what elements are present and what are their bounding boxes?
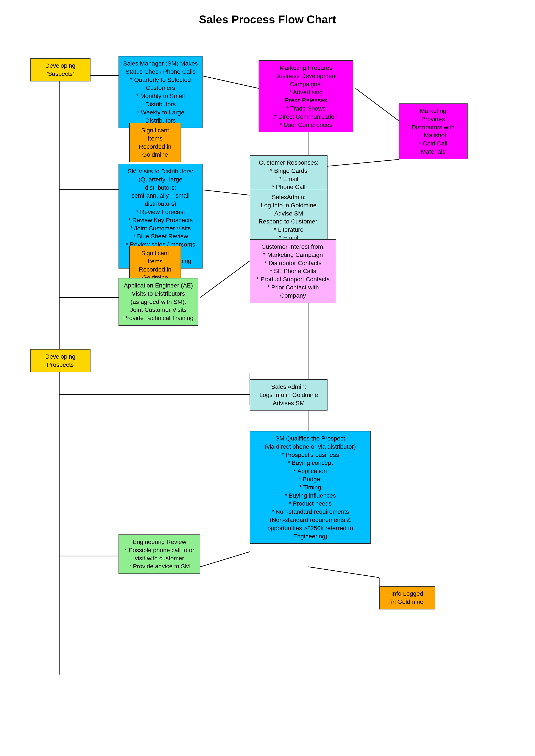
developing-suspects-box: Developing 'Suspects' — [30, 58, 91, 81]
customer-interest-box: Customer Interest from: * Marketing Camp… — [250, 239, 336, 303]
svg-line-19 — [200, 552, 250, 567]
info-logged-box: Info Logged in Goldmine — [379, 586, 435, 609]
sm-qualifies-box: SM Qualifies the Prospect (via direct ph… — [250, 431, 371, 544]
svg-line-12 — [200, 261, 250, 297]
page: Sales Process Flow Chart — [0, 0, 535, 756]
developing-prospects-box: Developing Prospects — [30, 349, 91, 372]
svg-line-4 — [355, 88, 399, 121]
flowchart: Developing 'Suspects' Sales Manager (SM)… — [13, 39, 522, 728]
marketing-campaigns-box: Marketing Prepares Business Development … — [259, 60, 353, 132]
sales-admin-2-box: Sales Admin: Logs Info in Goldmine Advis… — [250, 379, 327, 410]
sig-items-1-box: Significant Items Recorded in Goldmine — [129, 123, 181, 162]
page-title: Sales Process Flow Chart — [13, 13, 522, 26]
engineering-review-box: Engineering Review * Possible phone call… — [119, 534, 200, 574]
svg-line-20 — [308, 567, 379, 577]
marketing-distributors-box: Marketing Provides Distributors with * M… — [399, 103, 467, 159]
ae-visits-box: Application Engineer (AE) Visits to Dist… — [119, 278, 198, 326]
sm-phone-calls-box: Sales Manager (SM) Makes Status Check Ph… — [119, 56, 203, 128]
svg-line-3 — [200, 75, 259, 88]
